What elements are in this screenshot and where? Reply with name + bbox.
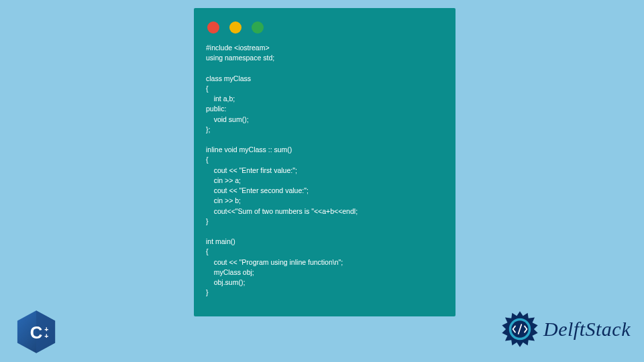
brand-logo: DelftStack <box>500 310 631 349</box>
close-icon <box>207 21 219 34</box>
code-card: #include <iostream> using namespace std;… <box>194 8 455 316</box>
window-traffic-lights <box>206 15 443 43</box>
svg-text:C: C <box>30 323 43 342</box>
gear-icon <box>500 310 539 349</box>
cpp-language-badge-icon: C + + <box>15 310 58 354</box>
brand-name: DelftStack <box>543 318 631 341</box>
maximize-icon <box>252 21 264 34</box>
code-block: #include <iostream> using namespace std;… <box>206 43 443 298</box>
minimize-icon <box>229 21 241 34</box>
svg-text:+: + <box>44 333 48 340</box>
